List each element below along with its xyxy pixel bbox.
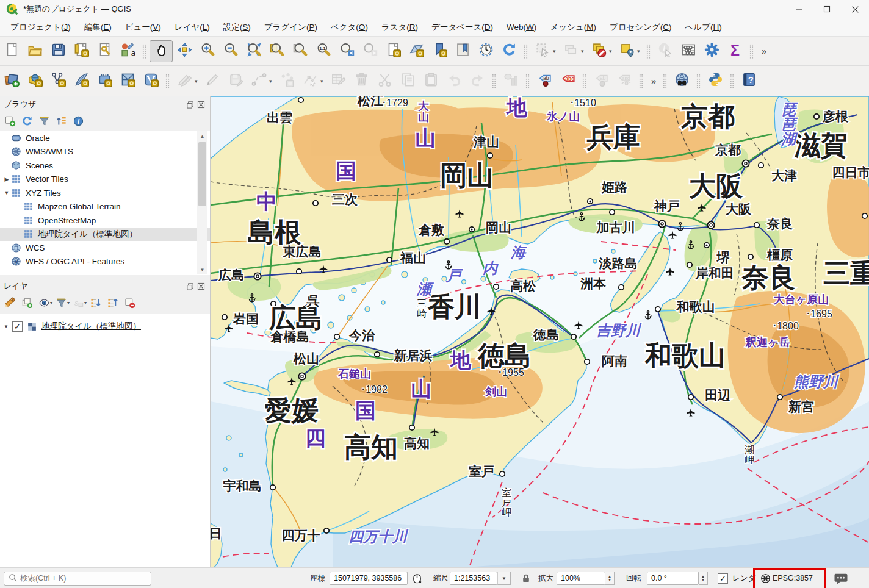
zoom-in-button[interactable] <box>196 40 219 62</box>
digitize-button[interactable] <box>247 70 270 92</box>
toolbar-handle[interactable] <box>165 74 170 88</box>
b-refresh-icon[interactable] <box>18 113 35 128</box>
lock-scale-icon[interactable] <box>521 568 531 588</box>
toolbar-handle[interactable] <box>524 44 528 59</box>
toolbar-handle[interactable] <box>663 74 667 88</box>
b-info-icon[interactable]: i <box>70 113 87 128</box>
layers-float-icon[interactable] <box>184 281 195 291</box>
toolbar-overflow-icon[interactable]: » <box>757 46 770 56</box>
menu-1[interactable]: プロジェクト(J) <box>4 20 78 35</box>
scale-dropdown-icon[interactable]: ▼ <box>497 572 511 585</box>
select-location-dropdown-icon[interactable]: ▾ <box>637 48 643 54</box>
menu-11[interactable]: メッシュ(M) <box>543 20 603 35</box>
tree-item-wms-wmts[interactable]: WMS/WMTS <box>0 145 210 159</box>
menu-6[interactable]: プラグイン(P) <box>258 20 324 35</box>
rotation-value[interactable]: 0.0 ° <box>647 572 699 585</box>
new-map-view-button[interactable] <box>381 40 405 62</box>
l-collapse-icon[interactable] <box>104 295 121 310</box>
select-rect-button[interactable] <box>531 40 554 62</box>
log-messages-icon[interactable] <box>834 568 848 588</box>
menu-2[interactable]: 編集(E) <box>78 20 118 35</box>
vertex-tool-button[interactable] <box>298 70 322 92</box>
zoom-native-button[interactable]: 1:1 <box>312 40 335 62</box>
layer-row[interactable]: ▾ ✓ 地理院タイル（標準地図） <box>0 319 210 334</box>
toolbar-handle[interactable] <box>696 74 701 88</box>
new-layout-button[interactable] <box>70 40 93 62</box>
new-virtual-button[interactable] <box>93 70 116 92</box>
refresh-button[interactable] <box>497 40 521 62</box>
new-project-button[interactable] <box>0 40 23 62</box>
tree-item-vector-tiles[interactable]: ▶Vector Tiles <box>0 173 210 187</box>
scroll-up-icon[interactable]: ▲ <box>197 131 207 141</box>
new-mesh-button[interactable] <box>116 70 139 92</box>
python-button[interactable] <box>704 70 727 92</box>
scroll-down-icon[interactable]: ▼ <box>197 265 207 274</box>
menu-9[interactable]: データベース(D) <box>425 20 500 35</box>
redo-button[interactable] <box>466 70 489 92</box>
b-add-icon[interactable] <box>1 113 18 128</box>
temporal-button[interactable] <box>474 40 497 62</box>
label-rules-button[interactable]: abc <box>556 70 579 92</box>
identify-button[interactable]: i <box>654 40 677 62</box>
tree-item-scenes[interactable]: Scenes <box>0 159 210 173</box>
sum-button[interactable]: Σ <box>723 40 746 62</box>
layers-close-icon[interactable] <box>195 281 206 291</box>
pan-map-button[interactable] <box>150 40 173 62</box>
deselect-dropdown-icon[interactable]: ▾ <box>609 48 615 54</box>
browser-scrollbar[interactable]: ▲ ▼ <box>197 131 207 274</box>
add-record-button[interactable] <box>275 70 298 92</box>
tree-expander-icon[interactable]: ▼ <box>2 190 11 196</box>
show-bookmarks-button[interactable] <box>451 40 474 62</box>
toolbar-handle[interactable] <box>492 74 496 88</box>
b-filter-icon[interactable] <box>35 113 52 128</box>
select-value-button[interactable] <box>559 40 582 62</box>
label-pin-button[interactable]: ab <box>590 70 613 92</box>
zoom-last-button[interactable] <box>335 40 358 62</box>
search-box[interactable] <box>4 568 151 588</box>
pan-selection-button[interactable] <box>173 40 196 62</box>
l-expand-icon[interactable] <box>87 295 104 310</box>
layout-manager-button[interactable] <box>93 40 116 62</box>
data-source-button[interactable] <box>0 70 23 92</box>
toolbar-handle[interactable] <box>525 74 530 88</box>
browser-float-icon[interactable] <box>184 99 195 109</box>
toolbar-handle[interactable] <box>730 74 734 88</box>
tree-item-xyz-tiles[interactable]: ▼XYZ Tiles <box>0 186 210 200</box>
label-show-button[interactable]: abc <box>613 70 636 92</box>
toolbar-overflow-icon[interactable]: » <box>646 76 660 86</box>
tree-expander-icon[interactable]: ▶ <box>2 176 11 182</box>
menu-5[interactable]: 設定(S) <box>217 20 258 35</box>
help-button[interactable]: ? <box>737 70 760 92</box>
paste-button[interactable] <box>419 70 442 92</box>
rotation-spinner[interactable]: ▲▼ <box>699 572 708 585</box>
zoom-layer-button[interactable] <box>289 40 312 62</box>
save-edits-button[interactable] <box>224 70 247 92</box>
magnifier-spinner[interactable]: ▲▼ <box>605 572 615 585</box>
menu-8[interactable]: ラスタ(R) <box>375 20 425 35</box>
menu-10[interactable]: Web(W) <box>500 20 543 34</box>
zoom-selection-button[interactable] <box>265 40 289 62</box>
search-input[interactable] <box>4 572 151 586</box>
l-epsilon-icon[interactable]: ε <box>70 295 87 310</box>
close-button[interactable] <box>841 0 869 18</box>
new-spatialite-button[interactable] <box>70 70 93 92</box>
scale-value[interactable]: 1:2153563 <box>450 572 497 585</box>
tree-item--[interactable]: 地理院タイル（標準地図） <box>0 228 210 242</box>
coordinate-value[interactable]: 15071979, 3935586 <box>330 572 408 585</box>
render-checkbox[interactable]: ✓ <box>718 573 728 584</box>
current-edits-button[interactable] <box>173 70 196 92</box>
select-location-button[interactable] <box>615 40 638 62</box>
toolbar-handle[interactable] <box>749 44 754 59</box>
layer-label[interactable]: 地理院タイル（標準地図） <box>41 321 141 332</box>
menu-7[interactable]: ベクタ(O) <box>324 20 375 35</box>
delete-sel-button[interactable] <box>350 70 373 92</box>
toggle-editing-button[interactable] <box>201 70 224 92</box>
maximize-button[interactable] <box>813 0 841 18</box>
toolbar-handle[interactable] <box>646 44 651 59</box>
copy-button[interactable] <box>396 70 419 92</box>
menu-12[interactable]: プロセシング(C) <box>603 20 679 35</box>
magnifier-value[interactable]: 100% <box>557 572 605 585</box>
tree-item-wfs-ogc-api-features[interactable]: VWFS / OGC API - Features <box>0 255 210 269</box>
layer-checkbox[interactable]: ✓ <box>12 321 23 332</box>
toolbar-handle[interactable] <box>639 74 643 88</box>
